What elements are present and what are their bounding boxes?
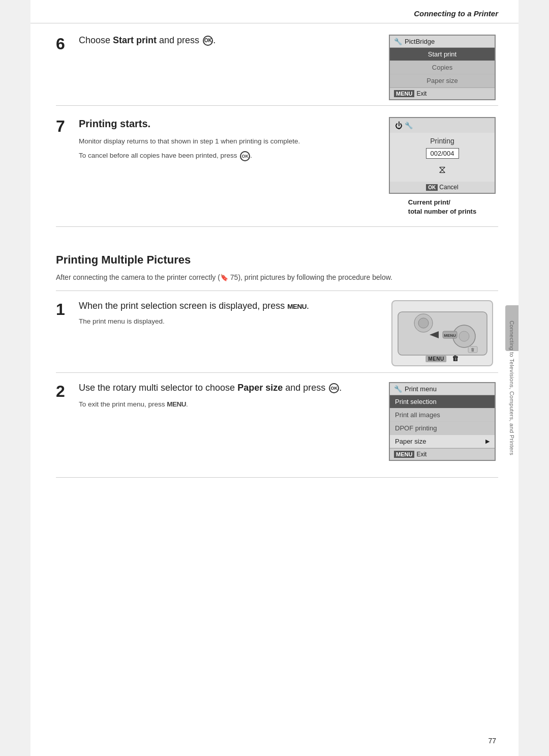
side-text-container: Connecting to Televisions, Computers, an… — [505, 102, 518, 675]
lcd-printing: ⏻ 🔧 Printing 002/004 ⧖ OK Cancel — [389, 117, 496, 194]
section-intro: After connecting the camera to the print… — [56, 272, 498, 283]
lcd-pictbridge: 🔧 PictBridge Start print Copies Paper si… — [389, 35, 496, 100]
step-7-image: ⏻ 🔧 Printing 002/004 ⧖ OK Cancel Current… — [386, 117, 498, 216]
lcd-start-print: Start print — [390, 48, 495, 61]
lcd-printing-icon2: 🔧 — [405, 122, 413, 129]
step-7-title: Printing starts. — [79, 117, 376, 130]
lcd-print-all: Print all images — [390, 409, 495, 422]
section-heading: Printing Multiple Pictures — [56, 253, 498, 267]
step-6-number: 6 — [56, 36, 79, 52]
caption-box: Current print/total number of prints — [408, 198, 476, 216]
menu-label: MENU — [425, 356, 446, 362]
chevron-icon: ▶ — [485, 438, 490, 445]
sidebar-text: Connecting to Televisions, Computers, an… — [509, 321, 515, 456]
step-6-title-prefix: Choose — [79, 35, 113, 45]
sub-step-1-title: When the print selection screen is displ… — [79, 300, 376, 312]
sub-step-2-desc: To exit the print menu, press MENU. — [79, 399, 376, 410]
step-7-content: Printing starts. Monitor display returns… — [79, 117, 386, 164]
step-6-image: 🔧 PictBridge Start print Copies Paper si… — [386, 35, 498, 100]
lcd-pictbridge-titlebar: 🔧 PictBridge — [390, 36, 495, 48]
lcd-copies: Copies — [390, 61, 495, 74]
menu-text-1: MENU — [287, 303, 307, 310]
svg-text:🗑: 🗑 — [471, 347, 475, 352]
menu-text-2: MENU — [167, 400, 186, 408]
header-title: Connecting to a Printer — [414, 9, 498, 18]
lcd-cancel-row: OK Cancel — [390, 182, 495, 193]
lcd-print-menu: 🔧 Print menu Print selection Print all i… — [389, 382, 496, 461]
sub-step-2-title: Use the rotary multi selector to choose … — [79, 382, 376, 394]
svg-point-4 — [459, 331, 469, 341]
paper-size-bold: Paper size — [237, 383, 283, 393]
pictbridge-icon: 🔧 — [394, 38, 402, 45]
sub-step-2-number: 2 — [56, 383, 79, 399]
page: Connecting to a Printer 6 Choose Start p… — [30, 0, 518, 756]
lcd-menu-title: Print menu — [405, 385, 437, 393]
lcd-footer-2: MENU Exit — [390, 448, 495, 460]
lcd-printing-body: Printing 002/004 ⧖ — [390, 133, 495, 182]
svg-point-2 — [418, 318, 429, 328]
paper-size-label: Paper size — [395, 438, 426, 445]
sub-step-1-content: When the print selection screen is displ… — [79, 300, 386, 330]
step-6-title-period: . — [213, 35, 216, 45]
lcd-exit-6: Exit — [416, 90, 426, 97]
lcd-print-selection: Print selection — [390, 395, 495, 409]
menu-tag-2: MENU — [394, 451, 414, 458]
sub-step-1-section: 1 When the print selection screen is dis… — [56, 290, 498, 372]
lcd-brand: PictBridge — [405, 38, 435, 45]
camera-menu-label: MENU 🗑 — [425, 355, 459, 362]
sub-step-1-desc: The print menu is displayed. — [79, 316, 376, 327]
step-6-ok-icon: OK — [203, 36, 213, 46]
lcd-printing-icons: ⏻ — [395, 121, 403, 130]
camera-illustration: MENU 🗑 MENU 🗑 — [391, 300, 493, 366]
lcd-dpof: DPOF printing — [390, 422, 495, 435]
step-6-content: Choose Start print and press OK. — [79, 35, 386, 50]
sub-step-2-content: Use the rotary multi selector to choose … — [79, 382, 386, 413]
page-number: 77 — [488, 737, 496, 745]
lcd-printing-header: ⏻ 🔧 — [390, 118, 495, 133]
lcd-counter: 002/004 — [426, 148, 459, 159]
trash-label: 🗑 — [452, 355, 459, 362]
sub-step-2-ok: OK — [329, 383, 339, 393]
step-7-ok-icon: OK — [240, 151, 250, 161]
step-7-desc2: To cancel before all copies have been pr… — [79, 151, 376, 161]
lcd-paper-size-6: Paper size — [390, 74, 495, 88]
lcd-printing-label: Printing — [396, 137, 489, 145]
sub-step-2-section: 2 Use the rotary multi selector to choos… — [56, 372, 498, 467]
lcd-hourglass-icon: ⧖ — [396, 164, 489, 176]
step-7-number: 7 — [56, 118, 79, 134]
sub-step-1-image: MENU 🗑 MENU 🗑 — [386, 300, 498, 366]
ok-badge: OK — [426, 184, 438, 191]
lcd-exit-2: Exit — [416, 451, 426, 458]
step-7-desc2-text: To cancel before all copies have been pr… — [79, 152, 239, 159]
lcd-menu-icon: 🔧 — [394, 385, 402, 393]
step-7-title-text: Printing starts. — [79, 118, 150, 129]
svg-text:MENU: MENU — [444, 333, 456, 338]
step-6-title: Choose Start print and press OK. — [79, 35, 376, 46]
step-6-title-suffix: and press — [157, 35, 202, 45]
sub-step-2-image: 🔧 Print menu Print selection Print all i… — [386, 382, 498, 461]
header-bar: Connecting to a Printer — [30, 0, 518, 23]
lcd-footer-6: MENU Exit — [390, 88, 495, 99]
step-6-title-bold: Start print — [113, 35, 157, 45]
menu-tag-6: MENU — [394, 90, 414, 97]
step-7-desc2-period: . — [250, 152, 252, 159]
sub-step-1-number: 1 — [56, 301, 79, 317]
main-content: 6 Choose Start print and press OK. 🔧 Pic… — [30, 23, 518, 478]
lcd-cancel-label: Cancel — [439, 184, 458, 191]
step-6-section: 6 Choose Start print and press OK. 🔧 Pic… — [56, 23, 498, 106]
lcd-menu-titlebar: 🔧 Print menu — [390, 383, 495, 395]
step-7-section: 7 Printing starts. Monitor display retur… — [56, 106, 498, 227]
step-7-desc1: Monitor display returns to that shown in… — [79, 136, 376, 147]
lcd-paper-size-2: Paper size ▶ — [390, 435, 495, 448]
